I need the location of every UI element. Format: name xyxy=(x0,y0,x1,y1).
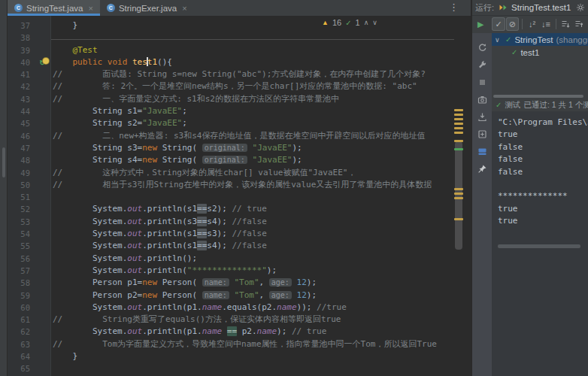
line-number: 43 xyxy=(8,93,33,105)
token-def: System. xyxy=(53,241,127,250)
warning-stripe-mark[interactable] xyxy=(454,197,463,199)
pin-icon[interactable] xyxy=(477,164,487,174)
code-line[interactable]: 43// 一、字面量定义方式: s1和s2的数据在方法区的字符串常量池中 xyxy=(8,93,471,105)
code-line[interactable]: 65 xyxy=(8,362,471,374)
token-num: 12 xyxy=(297,290,307,300)
chevron-down-icon[interactable]: ∨ xyxy=(495,36,502,44)
token-hl: == xyxy=(197,229,207,238)
warning-stripe-mark[interactable] xyxy=(454,114,463,116)
code-line[interactable]: 62 System.out.println(p1.name == p2.name… xyxy=(8,326,471,338)
code-line[interactable]: 46// 二、new+构造器: s3和s4保存的地址值，是数据在堆空间中开辟空间… xyxy=(8,130,471,142)
show-ignored-toggle[interactable]: ⊘ xyxy=(506,17,519,31)
tab-stringexer-java[interactable]: C StringExer.java × xyxy=(100,0,194,16)
code-line[interactable]: 63// Tom为字面量定义方式，导致堆空间中name属性，指向常量池中同一个T… xyxy=(8,338,471,350)
console-scrollbar[interactable] xyxy=(498,244,580,248)
inspection-widget[interactable]: ▲ 16 ✓ 1 ∧ ∨ xyxy=(322,18,377,27)
code-line[interactable]: 38 xyxy=(8,32,471,44)
code-line[interactable]: 58 Person p1=new Person( name: "Tom", ag… xyxy=(8,277,471,289)
tree-scrollbar[interactable] xyxy=(493,95,583,98)
rerun-tests-button[interactable]: ▶ xyxy=(474,20,486,29)
test-tree-row-class[interactable]: ∨ ✓ StringTest (shanggu xyxy=(492,33,588,46)
code-line[interactable]: 52 System.out.println(s1==s2); // true xyxy=(8,203,471,215)
console-icon[interactable] xyxy=(477,147,487,156)
code-line[interactable]: 60 System.out.println(p1.name.equals(p2.… xyxy=(8,302,471,314)
code-line[interactable]: 47 String s3=new String( original: "Java… xyxy=(8,142,471,154)
rerun-icon[interactable] xyxy=(477,43,487,53)
code-line[interactable]: 61// String类重写了equals()方法，保证实体内容相等即返回tru… xyxy=(8,314,471,326)
code-line[interactable]: 44 String s1="JavaEE"; xyxy=(8,105,471,117)
prev-problem-icon[interactable]: ∧ xyxy=(364,19,369,26)
code-line[interactable]: 54 System.out.println(s1==s3); //false xyxy=(8,228,471,240)
run-console[interactable]: "C:\Program Files\Javtruefalsefalsefalse… xyxy=(492,111,588,376)
code-line[interactable]: 48 String s4=new String( original: "Java… xyxy=(8,154,471,166)
stop-icon[interactable] xyxy=(477,77,487,87)
expand-all-button[interactable] xyxy=(559,17,572,31)
stripe-scroll-handle[interactable] xyxy=(2,147,5,177)
warning-stripe-mark[interactable] xyxy=(454,123,463,125)
code-line[interactable]: 57 System.out.println("**************"); xyxy=(8,265,471,277)
warning-stripe-mark[interactable] xyxy=(454,118,463,120)
sort-by-duration-button[interactable]: ↓≡ xyxy=(539,17,552,31)
ok-stripe-mark[interactable] xyxy=(454,148,463,150)
warning-stripe-mark[interactable] xyxy=(454,218,463,220)
code-line[interactable]: 37 } xyxy=(8,20,471,32)
warning-stripe-mark[interactable] xyxy=(454,188,463,190)
editor-scrollbar-thumb[interactable] xyxy=(455,141,462,250)
code-editor[interactable]: 37 }3839 @Test40↻ public void test1(){41… xyxy=(8,16,471,376)
code-text: } xyxy=(51,350,77,362)
token-hlg: == xyxy=(227,326,237,336)
toolbar-separator xyxy=(556,19,556,29)
code-line[interactable]: 49// 这种方式中，String对象的属性char[] value被赋值"Ja… xyxy=(8,167,471,179)
token-str: "JavaEE" xyxy=(253,155,292,165)
token-com: // 二、new+构造器: s3和s4保存的地址值，是数据在堆空间中开辟空间以后… xyxy=(53,131,425,141)
code-line[interactable]: 40↻ public void test1(){ xyxy=(8,56,471,68)
show-passed-toggle[interactable]: ✓ xyxy=(492,17,505,31)
close-icon[interactable]: × xyxy=(182,4,186,13)
test-class-name: StringTest xyxy=(514,35,553,44)
line-number: 65 xyxy=(8,362,33,374)
code-line[interactable]: 55 System.out.println(s1==s4); //false xyxy=(8,240,471,252)
line-number: 41 xyxy=(8,68,33,80)
code-line[interactable]: 53 System.out.println(s3==s4); //false xyxy=(8,216,471,228)
token-def: )); xyxy=(297,302,317,312)
wrench-icon[interactable] xyxy=(477,60,487,70)
code-line[interactable]: 56 System.out.println(); xyxy=(8,253,471,265)
code-line[interactable]: 50// 相当于s3引用String在堆中的对象，该对象的属性value又去引用… xyxy=(8,179,471,191)
code-line[interactable]: 42// 答: 2个。一个是堆空间new结构s，另一个是char[]对应的常量池… xyxy=(8,80,471,92)
test-tree-row-method[interactable]: ✓ test1 xyxy=(492,46,588,59)
line-number: 40 xyxy=(8,56,33,68)
tab-options-kebab-icon[interactable]: ⋮ xyxy=(449,2,459,13)
status-text: 已通过: 1 共 1 个测试 xyxy=(523,100,588,111)
token-def: System. xyxy=(53,302,127,312)
sort-alphabetically-button[interactable]: ↓² xyxy=(526,17,538,31)
camera-icon[interactable] xyxy=(477,95,487,105)
warning-stripe-mark[interactable] xyxy=(454,109,463,111)
gear-icon[interactable] xyxy=(575,3,585,13)
token-fld: out xyxy=(127,229,142,238)
code-line[interactable]: 45 String s2="JavaEE"; xyxy=(8,117,471,129)
import-icon[interactable] xyxy=(477,112,487,122)
tab-stringtest-java[interactable]: C StringTest.java × xyxy=(8,0,100,16)
warning-stripe-mark[interactable] xyxy=(454,132,463,134)
check-icon: ✓ xyxy=(345,19,351,27)
line-number: 52 xyxy=(8,203,33,215)
code-line[interactable]: 51 xyxy=(8,191,471,203)
code-text: Person p2=new Person( name: "Tom", age: … xyxy=(51,290,317,302)
code-line[interactable]: 59 Person p2=new Person( name: "Tom", ag… xyxy=(8,290,471,302)
code-line[interactable]: 39 @Test xyxy=(8,44,471,56)
token-fld: out xyxy=(127,204,142,214)
intention-bulb-icon[interactable] xyxy=(43,58,49,64)
code-line[interactable]: 64 } xyxy=(8,350,471,362)
token-def: ); xyxy=(307,277,317,287)
add-icon[interactable] xyxy=(477,129,487,139)
close-icon[interactable]: × xyxy=(88,4,92,13)
warning-stripe-mark[interactable] xyxy=(454,127,463,129)
next-problem-icon[interactable]: ∨ xyxy=(372,19,377,26)
warning-stripe-mark[interactable] xyxy=(454,193,463,195)
run-config-title[interactable]: StringTest.test1 xyxy=(511,3,571,12)
run-toolbar: ▶ ✓ ⊘ ↓² ↓≡ xyxy=(472,16,588,32)
run-header: 运行: StringTest.test1 xyxy=(472,0,588,16)
collapse-all-button[interactable] xyxy=(573,17,586,31)
code-line[interactable]: 41// 面试题: String s=new String("abc");方式创… xyxy=(8,68,471,80)
warning-stripe-mark[interactable] xyxy=(454,140,463,142)
